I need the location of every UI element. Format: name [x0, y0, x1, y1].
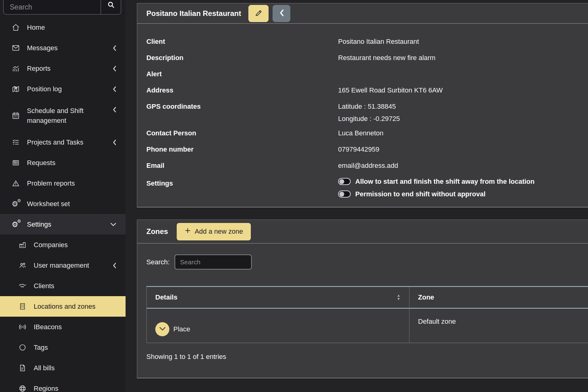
chevron-left-icon	[112, 139, 116, 145]
table-summary: Showing 1 to 1 of 1 entries	[146, 353, 584, 361]
gears-icon: ⚙⚙	[12, 221, 23, 228]
sidebar-item-worksheet-set[interactable]: ⚙⚙ Worksheet set	[0, 194, 126, 214]
toggle-row: Permission to end shift without approval	[338, 188, 535, 200]
sidebar-item-locations-zones[interactable]: Locations and zones	[0, 296, 126, 317]
checklist-icon	[12, 138, 23, 146]
sidebar-item-schedule[interactable]: Schedule and Shift management	[0, 99, 126, 132]
field-label: GPS coordinates	[146, 98, 338, 125]
chevron-down-icon	[110, 222, 116, 226]
client-fields: Client Positano Italian Restaurant Descr…	[137, 24, 588, 200]
sidebar-item-regions[interactable]: Regions	[0, 378, 126, 392]
back-button[interactable]	[273, 5, 290, 22]
client-details-card: Positano Italian Restaurant Client Posit…	[137, 3, 588, 207]
sidebar-search	[3, 0, 121, 15]
pencil-icon	[254, 9, 263, 18]
place-label: Place	[173, 325, 190, 333]
app-root: Home Messages Reports Posi	[0, 0, 588, 392]
field-value: Luca Benneton	[338, 125, 383, 141]
zone-cell: Default zone	[409, 309, 588, 343]
column-header-details[interactable]: Details	[147, 287, 409, 309]
map-pin-icon	[12, 85, 23, 93]
column-header-label: Details	[155, 293, 177, 301]
toggle-end-shift-without-approval[interactable]	[338, 190, 351, 198]
chevron-left-icon	[112, 66, 116, 72]
table-row: Place Default zone	[147, 309, 588, 343]
sort-icon	[397, 294, 401, 301]
column-header-label: Zone	[418, 293, 434, 301]
field-row-description: Description Restaurant needs new fire al…	[146, 50, 584, 66]
gps-latitude: Latitude : 51.38845	[338, 100, 400, 113]
sidebar-item-label: Clients	[34, 282, 54, 290]
client-card-header: Positano Italian Restaurant	[137, 3, 588, 24]
sidebar-search-button[interactable]	[100, 0, 121, 14]
field-row-gps: GPS coordinates Latitude : 51.38845 Long…	[146, 98, 584, 125]
sidebar-item-requests[interactable]: Requests	[0, 153, 126, 173]
page-title: Positano Italian Restaurant	[146, 9, 241, 18]
field-label: Contact Person	[146, 125, 338, 141]
chevron-left-icon	[112, 45, 116, 51]
sidebar-item-companies[interactable]: Companies	[0, 235, 126, 255]
sidebar-item-label: Position log	[27, 85, 62, 93]
beacon-icon	[18, 323, 29, 331]
zones-table: Details Zone	[146, 286, 588, 343]
column-header-zone[interactable]: Zone	[409, 287, 588, 309]
zones-card: Zones Add a new zone Search: Detail	[137, 220, 588, 378]
add-zone-button[interactable]: Add a new zone	[177, 223, 251, 240]
sidebar-item-problem-reports[interactable]: Problem reports	[0, 173, 126, 194]
field-value: 165 Ewell Road Surbiton KT6 6AW	[338, 82, 443, 98]
home-icon	[12, 23, 23, 32]
sidebar-item-projects-tasks[interactable]: Projects and Tasks	[0, 132, 126, 153]
factory-icon	[18, 241, 29, 249]
zones-search-row: Search:	[146, 254, 584, 270]
zones-table-header: Details Zone	[147, 287, 588, 309]
calendar-icon	[12, 111, 23, 120]
settings-toggles: Allow to start and finish the shift away…	[338, 175, 535, 200]
sidebar-search-input[interactable]	[4, 0, 100, 14]
field-label: Phone number	[146, 141, 338, 157]
sidebar-item-tags[interactable]: Tags	[0, 337, 126, 358]
sidebar-item-reports[interactable]: Reports	[0, 58, 126, 79]
sidebar-item-label: Home	[27, 24, 45, 32]
sidebar-item-label: Projects and Tasks	[27, 138, 83, 146]
sidebar-item-clients[interactable]: Clients	[0, 276, 126, 296]
sidebar: Home Messages Reports Posi	[0, 0, 126, 392]
field-value: Positano Italian Restaurant	[338, 33, 419, 50]
sidebar-item-messages[interactable]: Messages	[0, 38, 126, 58]
bill-icon	[18, 364, 29, 372]
zones-title: Zones	[146, 227, 168, 236]
sidebar-item-settings[interactable]: ⚙⚙ Settings	[0, 214, 126, 235]
field-label: Address	[146, 82, 338, 98]
sidebar-item-all-bills[interactable]: All bills	[0, 358, 126, 378]
expand-place-button[interactable]	[155, 322, 169, 336]
warning-icon	[12, 179, 23, 187]
edit-button[interactable]	[248, 5, 269, 22]
toggle-shift-away-from-location[interactable]	[338, 178, 351, 185]
sidebar-nav: Home Messages Reports Posi	[0, 17, 126, 392]
sidebar-item-home[interactable]: Home	[0, 17, 126, 38]
building-icon	[18, 302, 29, 311]
bar-chart-icon	[12, 64, 23, 73]
handshake-icon	[18, 282, 29, 290]
field-value: Restaurant needs new fire alarm	[338, 50, 435, 66]
sidebar-item-label: Schedule and Shift management	[27, 106, 100, 126]
sidebar-item-position-log[interactable]: Position log	[0, 79, 126, 99]
toggle-label: Permission to end shift without approval	[355, 190, 485, 198]
field-value: 07979442959	[338, 141, 379, 157]
sidebar-item-ibeacons[interactable]: IBeacons	[0, 317, 126, 337]
gears-icon: ⚙⚙	[12, 200, 23, 208]
chevron-left-icon	[112, 86, 116, 92]
sidebar-item-label: Settings	[27, 221, 51, 228]
zones-search-input[interactable]	[175, 254, 252, 270]
field-value: Latitude : 51.38845 Longitude : -0.29725	[338, 98, 400, 125]
zones-card-header: Zones Add a new zone	[137, 220, 588, 243]
zone-value: Default zone	[418, 318, 456, 325]
zones-search-label: Search:	[146, 258, 170, 266]
chevron-left-icon	[112, 107, 116, 113]
sidebar-item-label: Locations and zones	[34, 303, 96, 311]
field-row-settings: Settings Allow to start and finish the s…	[146, 174, 584, 200]
sidebar-item-label: Tags	[34, 344, 48, 352]
envelope-icon	[12, 44, 23, 52]
sidebar-item-user-management[interactable]: User management	[0, 255, 126, 276]
field-value: email@address.add	[338, 157, 398, 174]
field-row-contact-person: Contact Person Luca Benneton	[146, 125, 584, 141]
